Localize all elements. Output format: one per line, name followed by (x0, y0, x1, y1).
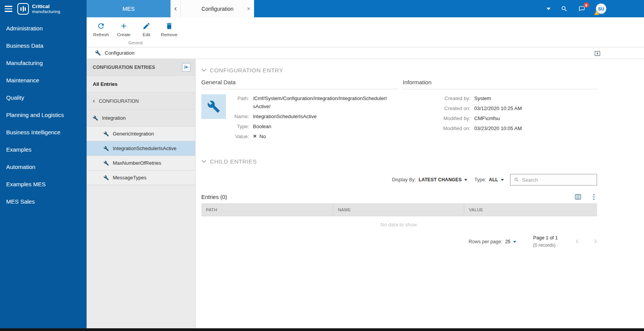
bottom-edge-strip (0, 328, 644, 331)
hamburger-menu-icon[interactable] (5, 6, 12, 12)
tree-item-all-entries[interactable]: All Entries (87, 76, 195, 93)
tabstrip: ‹ Configuration ✕ (171, 0, 254, 17)
sidebar-item-quality[interactable]: Quality (0, 89, 87, 106)
tree-item-messagetypes[interactable]: MessageTypes (87, 171, 195, 185)
sidebar-item-manufacturing[interactable]: Manufacturing (0, 54, 87, 72)
tree-item-maxnumberofretries[interactable]: MaxNumberOfRetries (87, 156, 195, 171)
warning-badge-icon: ! (594, 10, 599, 15)
entries-table-header: PATH NAME VALUE (201, 203, 597, 216)
wrench-icon (104, 160, 109, 166)
chevron-down-icon (501, 179, 504, 181)
sidebar-item-business-data[interactable]: Business Data (0, 37, 87, 54)
brand-subtitle: manufacturing (32, 9, 60, 14)
field-modified-by: Modified by: CMF\cmfsu (403, 114, 597, 122)
previous-page-icon[interactable]: ‹ (575, 236, 579, 247)
topbar: MES ‹ Configuration ✕ 8 SU ! (87, 0, 644, 17)
messages-icon[interactable]: 8 (578, 5, 585, 12)
create-button[interactable]: Create (112, 19, 135, 37)
sidebar-item-maintenance[interactable]: Maintenance (0, 72, 87, 89)
general-data-title: General Data (201, 79, 398, 89)
wrench-icon (93, 115, 98, 121)
wrench-icon (95, 50, 101, 56)
next-page-icon[interactable]: › (594, 236, 597, 247)
search-icon[interactable] (561, 5, 568, 12)
expand-panel-icon[interactable] (594, 50, 601, 56)
page-info: Page 1 of 1 (0 records) (533, 234, 558, 249)
remove-label: Remove (161, 32, 177, 37)
field-name: Name: IntegrationSchedulerIsActive (231, 112, 387, 120)
wrench-icon (104, 131, 109, 137)
entry-type-tile (201, 94, 226, 119)
field-type: Type: Boolean (231, 122, 387, 130)
chevron-left-icon: ‹ (174, 4, 177, 13)
toolbar-group-general: Refresh Create Edit Remove General (90, 19, 181, 46)
tree-item-integration[interactable]: Integration (87, 110, 195, 127)
topbar-actions: 8 SU ! (547, 0, 606, 17)
field-path: Path: /Cmf/System/Configuration/Integrat… (231, 94, 387, 110)
tree-item-genericintegration[interactable]: GenericIntegration (87, 127, 195, 141)
type-dropdown[interactable]: Type: ALL (474, 177, 504, 182)
tab-mes[interactable]: MES (87, 0, 171, 17)
pencil-icon (142, 22, 151, 30)
column-chooser-icon[interactable] (575, 194, 581, 200)
tab-back-button[interactable]: ‹ (171, 0, 181, 17)
sidebar: Critical manufacturing Administration Bu… (0, 0, 87, 331)
search-input[interactable] (522, 177, 593, 183)
brand-name: Critical (32, 4, 60, 10)
sidebar-item-mes-sales[interactable]: MES Sales (0, 193, 87, 210)
tree-back-configuration[interactable]: ‹ CONFIGURATION (87, 93, 195, 110)
breadcrumb: Configuration (87, 47, 644, 59)
refresh-label: Refresh (93, 32, 109, 37)
chevron-left-icon: ‹ (93, 97, 95, 105)
display-by-dropdown[interactable]: Display By: LATEST CHANGES (392, 177, 467, 182)
chevron-down-icon (201, 160, 206, 163)
field-value: Value: ✕ No (231, 132, 387, 140)
messages-badge: 8 (584, 2, 589, 8)
empty-table-message: No data to show. (201, 222, 597, 227)
column-header-value[interactable]: VALUE (464, 203, 597, 216)
chevron-down-icon[interactable] (547, 8, 550, 10)
column-header-name[interactable]: NAME (333, 203, 464, 216)
sidebar-item-examples-mes[interactable]: Examples MES (0, 176, 87, 193)
tab-label: Configuration (201, 6, 233, 12)
false-x-icon: ✕ (253, 132, 257, 140)
pagination: Rows per page: 25 Page 1 of 1 (0 records… (201, 234, 597, 249)
chevron-down-icon (513, 241, 516, 243)
collapse-panel-icon[interactable] (182, 63, 191, 72)
remove-button[interactable]: Remove (158, 19, 181, 37)
tab-configuration[interactable]: Configuration ✕ (181, 0, 254, 17)
tab-close-icon[interactable]: ✕ (247, 6, 251, 12)
sidebar-item-automation[interactable]: Automation (0, 158, 87, 176)
search-icon (514, 177, 519, 182)
general-data-section: General Data Path: /Cmf/System/Configura… (201, 79, 398, 151)
edit-label: Edit (143, 32, 151, 37)
refresh-button[interactable]: Refresh (90, 19, 112, 37)
refresh-icon (97, 22, 105, 30)
sidebar-nav: Administration Business Data Manufacturi… (0, 20, 87, 210)
create-label: Create (117, 32, 130, 37)
chevron-down-icon (464, 179, 467, 181)
sidebar-item-administration[interactable]: Administration (0, 20, 87, 37)
sidebar-header: Critical manufacturing (0, 0, 87, 18)
edit-button[interactable]: Edit (135, 19, 158, 37)
rows-per-page-dropdown[interactable]: Rows per page: 25 (469, 239, 516, 244)
tree-item-integrationschedulerisactive[interactable]: IntegrationSchedulerIsActive (87, 141, 195, 156)
plus-icon (120, 22, 128, 30)
sidebar-item-business-intelligence[interactable]: Business Intelligence (0, 124, 87, 141)
section-configuration-entry[interactable]: CONFIGURATION ENTRY (201, 67, 597, 74)
page-title: Configuration (105, 50, 134, 56)
brand-logo: Critical manufacturing (17, 3, 60, 15)
sidebar-item-planning-and-logistics[interactable]: Planning and Logistics (0, 106, 87, 124)
kebab-menu-icon[interactable]: ⋮ (590, 194, 597, 200)
wrench-icon (104, 175, 109, 181)
field-modified-on: Modified on: 03/23/2020 10:05 AM (403, 124, 597, 132)
toolbar-group-label: General (90, 40, 181, 45)
entries-count-label: Entries (0) (201, 194, 227, 200)
section-child-entries[interactable]: CHILD ENTRIES (201, 158, 597, 165)
avatar[interactable]: SU ! (596, 3, 606, 14)
main-content: CONFIGURATION ENTRY General Data Path: /… (196, 59, 644, 328)
column-header-path[interactable]: PATH (201, 203, 333, 216)
tree-panel-title: CONFIGURATION ENTRIES (93, 65, 155, 70)
sidebar-item-examples[interactable]: Examples (0, 141, 87, 158)
field-created-by: Created by: System (403, 94, 597, 102)
